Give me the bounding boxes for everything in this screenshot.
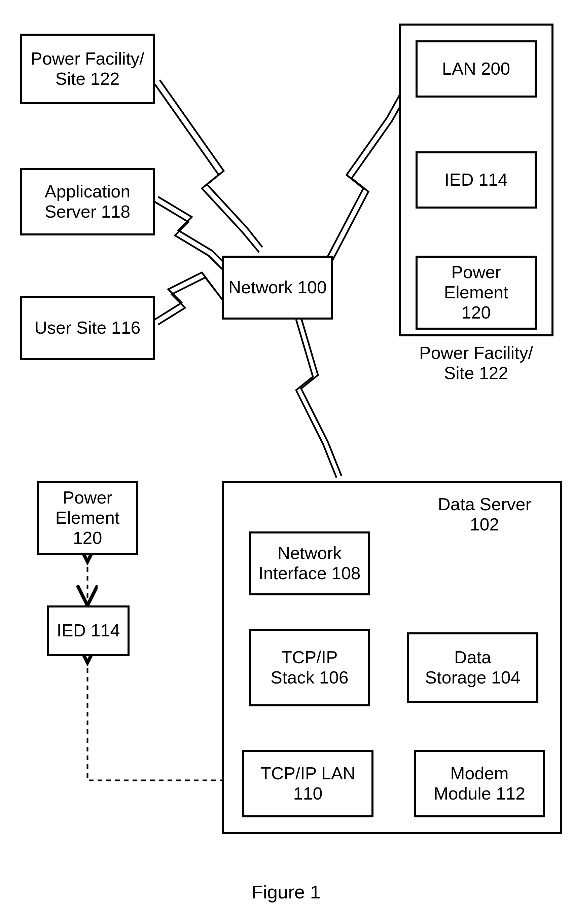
label: ModemModule 112 — [434, 764, 525, 804]
power-element-left: PowerElement120 — [37, 481, 138, 555]
data-storage: DataStorage 104 — [407, 633, 538, 703]
label: NetworkInterface 108 — [258, 543, 361, 584]
user-site: User Site 116 — [20, 296, 155, 360]
label: DataStorage 104 — [425, 648, 520, 688]
label: PowerElement120 — [444, 262, 508, 322]
label: TCP/IP LAN110 — [260, 764, 355, 804]
label: IED 114 — [57, 620, 120, 641]
label: IED 114 — [445, 170, 508, 190]
label: User Site 116 — [34, 318, 140, 338]
label: LAN 200 — [442, 59, 510, 79]
data-server-label: Data Server102 — [424, 495, 545, 535]
modem-module: ModemModule 112 — [414, 750, 545, 817]
figure-caption: Figure 1 — [236, 881, 336, 903]
power-facility-site-left: Power Facility/Site 122 — [20, 34, 155, 104]
label: TCP/IPStack 106 — [270, 648, 348, 688]
application-server: ApplicationServer 118 — [20, 168, 155, 236]
tcpip-lan: TCP/IP LAN110 — [242, 750, 373, 817]
lan: LAN 200 — [415, 40, 537, 98]
network-interface: NetworkInterface 108 — [249, 532, 370, 595]
label: Network 100 — [228, 278, 327, 298]
label: Figure 1 — [251, 881, 320, 902]
network: Network 100 — [222, 256, 333, 319]
label: Data Server102 — [438, 495, 531, 534]
tcpip-stack: TCP/IPStack 106 — [249, 629, 370, 706]
ied-left: IED 114 — [47, 605, 129, 656]
power-element-right: PowerElement120 — [415, 256, 537, 330]
label: ApplicationServer 118 — [45, 181, 130, 222]
power-facility-site-label: Power Facility/Site 122 — [404, 343, 549, 383]
diagram-canvas: Power Facility/Site 122 ApplicationServe… — [0, 0, 572, 924]
label: PowerElement120 — [56, 488, 120, 548]
label: Power Facility/Site 122 — [31, 49, 145, 89]
ied-right: IED 114 — [415, 151, 537, 209]
label: Power Facility/Site 122 — [419, 343, 533, 383]
